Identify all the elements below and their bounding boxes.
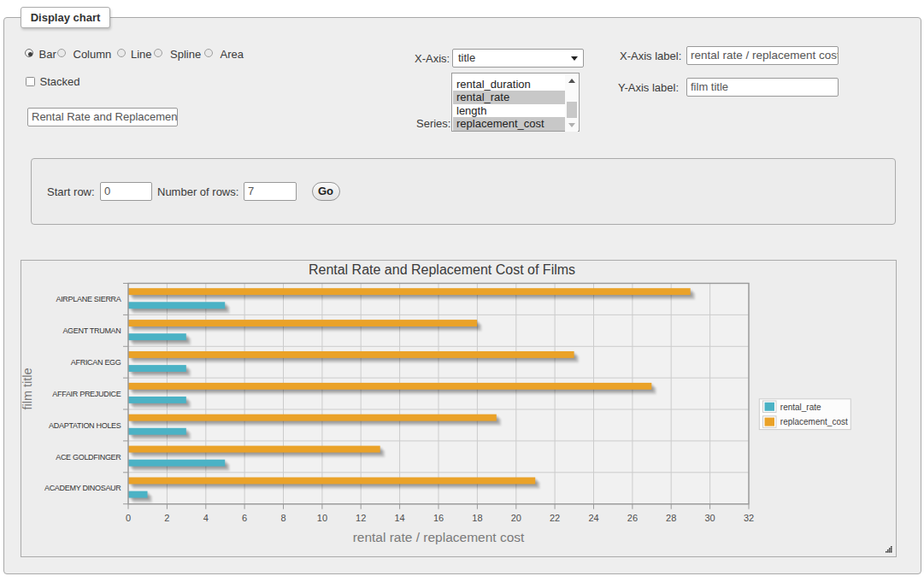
svg-text:AFRICAN EGG: AFRICAN EGG <box>71 358 121 367</box>
svg-text:rental_rate: rental_rate <box>780 403 821 412</box>
svg-text:10: 10 <box>317 513 327 523</box>
svg-text:6: 6 <box>242 513 247 523</box>
svg-text:12: 12 <box>356 513 366 523</box>
svg-text:16: 16 <box>433 513 444 523</box>
svg-text:24: 24 <box>588 513 598 523</box>
svg-text:28: 28 <box>666 513 676 523</box>
svg-text:replacement_cost: replacement_cost <box>780 417 848 426</box>
svg-text:22: 22 <box>550 513 560 523</box>
svg-text:ACE GOLDFINGER: ACE GOLDFINGER <box>56 453 121 461</box>
svg-text:32: 32 <box>744 513 754 523</box>
svg-text:film title: film title <box>21 367 34 409</box>
svg-text:8: 8 <box>280 513 285 523</box>
svg-text:AIRPLANE SIERRA: AIRPLANE SIERRA <box>56 295 121 303</box>
svg-text:0: 0 <box>126 513 131 523</box>
svg-text:Rental Rate and Replacement Co: Rental Rate and Replacement Cost of Film… <box>309 262 575 277</box>
svg-text:AGENT TRUMAN: AGENT TRUMAN <box>62 326 121 335</box>
svg-text:ADAPTATION HOLES: ADAPTATION HOLES <box>49 421 121 430</box>
svg-text:rental rate / replacement cost: rental rate / replacement cost <box>353 530 525 544</box>
svg-text:20: 20 <box>511 513 521 523</box>
svg-text:4: 4 <box>203 513 209 523</box>
svg-text:AFFAIR PREJUDICE: AFFAIR PREJUDICE <box>52 390 121 398</box>
svg-text:26: 26 <box>627 513 638 523</box>
svg-text:14: 14 <box>394 513 404 523</box>
svg-text:18: 18 <box>472 513 482 523</box>
svg-text:2: 2 <box>164 513 169 523</box>
svg-text:ACADEMY DINOSAUR: ACADEMY DINOSAUR <box>44 484 121 492</box>
svg-text:30: 30 <box>704 513 715 523</box>
